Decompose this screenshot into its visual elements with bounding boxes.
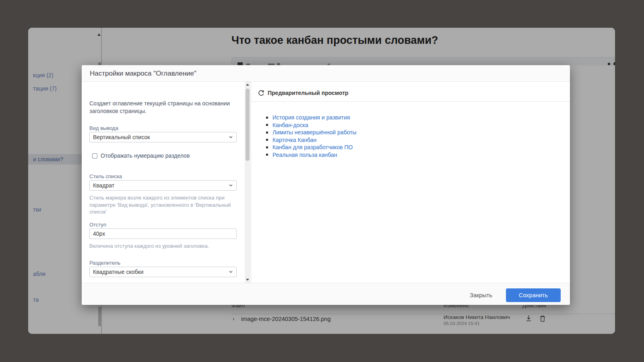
numbering-checkbox-row[interactable]: Отображать нумерацию разделов <box>92 152 190 159</box>
toc-link[interactable]: История создания и развития <box>272 114 350 121</box>
close-button[interactable]: Закрыть <box>470 292 492 298</box>
checkbox-unchecked-icon[interactable] <box>92 153 97 158</box>
refresh-icon[interactable] <box>258 90 264 96</box>
dialog-footer: Закрыть Сохранить <box>82 283 570 305</box>
toc-link[interactable]: Канбан для разработчиков ПО <box>272 144 353 150</box>
chevron-down-icon <box>229 184 233 187</box>
dialog-title: Настройки макроса "Оглавление" <box>90 65 196 82</box>
numbering-checkbox-label: Отображать нумерацию разделов <box>101 152 190 159</box>
scroll-down-icon[interactable] <box>246 279 249 281</box>
settings-pane: Создает оглавление текущей страницы на о… <box>82 82 245 283</box>
list-item: Карточка Канбан <box>266 136 357 144</box>
square-bullet-icon <box>266 139 268 141</box>
output-type-value: Вертикальный список <box>93 134 150 140</box>
toc-link[interactable]: Лимиты незавершённой работы <box>272 129 357 136</box>
separator-value: Квадратные скобки <box>93 269 144 275</box>
list-style-label: Стиль списка <box>89 173 237 179</box>
list-item: Канбан-доска <box>266 121 357 129</box>
dialog-body: Создает оглавление текущей страницы на о… <box>82 82 570 283</box>
indent-label: Отступ <box>89 222 237 228</box>
square-bullet-icon <box>266 154 268 156</box>
macro-settings-dialog: Настройки макроса "Оглавление" Создает о… <box>82 65 570 305</box>
macro-description: Создает оглавление текущей страницы на о… <box>89 100 237 115</box>
preview-divider <box>251 101 570 102</box>
toc-link[interactable]: Карточка Канбан <box>272 137 316 143</box>
indent-input[interactable] <box>89 228 237 239</box>
separator-label: Разделитель <box>89 260 237 266</box>
square-bullet-icon <box>266 146 268 148</box>
toc-link[interactable]: Реальная польза канбан <box>272 152 337 158</box>
preview-title: Предварительный просмотр <box>268 90 349 96</box>
list-style-value: Квадрат <box>93 182 114 189</box>
list-style-select[interactable]: Квадрат <box>89 180 237 191</box>
list-item: Реальная польза канбан <box>266 151 357 159</box>
output-type-label: Вид вывода <box>89 125 237 131</box>
list-item: Лимиты незавершённой работы <box>266 129 357 136</box>
indent-help: Величина отступа каждого из уровней заго… <box>89 243 237 250</box>
scroll-up-icon[interactable] <box>246 84 249 86</box>
list-item: История создания и развития <box>266 114 357 121</box>
dialog-header: Настройки макроса "Оглавление" <box>82 65 570 82</box>
separator-select[interactable]: Квадратные скобки <box>89 267 237 277</box>
list-style-help: Стиль маркера возле каждого из элементов… <box>89 194 237 216</box>
chevron-down-icon <box>229 271 233 273</box>
preview-pane: Предварительный просмотр История создани… <box>251 82 570 283</box>
toc-preview-list: История создания и развития Канбан-доска… <box>266 114 357 158</box>
scrollbar-thumb[interactable] <box>246 88 250 161</box>
chevron-down-icon <box>229 136 233 138</box>
output-type-select[interactable]: Вертикальный список <box>89 132 237 142</box>
save-button[interactable]: Сохранить <box>506 288 561 302</box>
square-bullet-icon <box>266 132 268 134</box>
settings-scrollbar[interactable] <box>245 82 250 283</box>
square-bullet-icon <box>266 117 268 119</box>
toc-link[interactable]: Канбан-доска <box>272 122 308 128</box>
square-bullet-icon <box>266 124 268 126</box>
list-item: Канбан для разработчиков ПО <box>266 144 357 151</box>
